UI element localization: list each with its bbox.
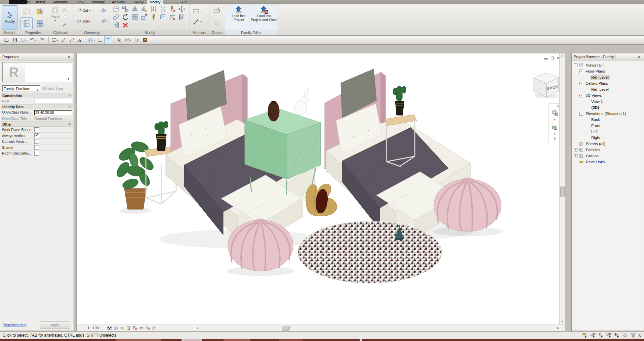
type-properties-button[interactable]	[21, 5, 33, 17]
shaded-view-button[interactable]	[133, 36, 141, 44]
load-into-project-button[interactable]: Load into Project	[227, 5, 250, 31]
panel-label-modify[interactable]: Modify	[110, 30, 190, 35]
family-filter-combo[interactable]: Family: Furniture▼	[2, 85, 40, 91]
edit-type-button[interactable]: Edit Type	[42, 85, 72, 92]
background-processes-icon[interactable]	[622, 333, 628, 338]
align-left-icon[interactable]	[178, 13, 186, 21]
chevron-down-icon[interactable]: ▾	[554, 118, 555, 121]
taskbar-app[interactable]	[224, 339, 250, 341]
scroll-right-icon[interactable]: ►	[556, 326, 561, 330]
chevron-down-icon[interactable]: ▾	[35, 39, 36, 42]
checkbox-shared[interactable]	[34, 145, 39, 150]
aligned-dimension-button[interactable]	[59, 36, 68, 44]
tab-add-ins[interactable]: Add-Ins	[110, 0, 127, 4]
chevron-down-icon[interactable]: ▾	[44, 39, 46, 42]
close-navbar-icon[interactable]: ⊗	[557, 104, 559, 108]
user-interface-button[interactable]	[34, 17, 46, 29]
collapse-navbar-icon[interactable]: ⊖	[553, 137, 556, 140]
chevron-down-icon[interactable]: ▾	[93, 39, 95, 42]
tree-item-right[interactable]: Right	[572, 135, 644, 141]
project-browser-title-bar[interactable]: Project Browser - Family1 ✕	[572, 53, 644, 60]
tab-insert[interactable]: Insert	[34, 0, 48, 4]
rotate-icon[interactable]	[122, 13, 129, 21]
collapse-icon[interactable]: −	[579, 70, 583, 73]
match-type-icon[interactable]	[62, 22, 68, 27]
select-pinned-icon[interactable]	[598, 333, 604, 338]
tree-item-revit-links[interactable]: Revit Links	[572, 159, 644, 165]
thin-lines-button[interactable]	[104, 36, 112, 44]
chevron-down-icon[interactable]: ▾	[57, 39, 58, 42]
section-other[interactable]: Other	[1, 122, 73, 127]
crop-view-icon[interactable]	[145, 326, 150, 331]
resize-icon[interactable]	[140, 13, 148, 21]
tree-item-front[interactable]: Front	[572, 123, 644, 129]
measure-button[interactable]: ▾	[50, 36, 59, 44]
copy-to-clipboard-icon[interactable]	[62, 14, 68, 19]
cut-geometry-button[interactable]: Cut▾	[76, 8, 90, 13]
taskbar-app[interactable]	[279, 339, 303, 341]
taskbar-app[interactable]	[116, 339, 161, 341]
tag-button[interactable]	[68, 36, 76, 44]
default-3d-view-button[interactable]: ▾	[87, 36, 96, 44]
type-selector-preview[interactable]: R ▼	[2, 62, 72, 82]
delete-icon[interactable]	[122, 22, 129, 29]
close-hidden-windows-button[interactable]	[115, 36, 123, 44]
workset-button[interactable]: ▾	[19, 36, 28, 44]
property-row-cut-with-voids[interactable]: Cut with Voids ...	[1, 139, 73, 144]
pin-remove-icon[interactable]	[169, 5, 176, 13]
chevron-down-icon[interactable]: ▾	[26, 39, 27, 42]
section-constraints[interactable]: Constraints	[1, 93, 73, 98]
copy-icon[interactable]	[112, 13, 120, 21]
host-value-field[interactable]	[34, 99, 72, 103]
undo-button[interactable]: ▾	[28, 36, 38, 44]
close-icon[interactable]: ✕	[637, 53, 642, 60]
rabbit-figurine[interactable]	[294, 88, 310, 115]
tab-manage[interactable]: Manage	[89, 0, 108, 4]
modify-tool-button[interactable]: Modify	[2, 5, 17, 30]
expand-icon[interactable]: +	[574, 148, 577, 152]
cope-icon[interactable]	[112, 5, 120, 13]
tree-item-back[interactable]: Back	[572, 117, 644, 123]
mirror-edit-icon[interactable]	[140, 5, 148, 13]
minimize-view-icon[interactable]: ▬	[544, 56, 548, 60]
move-icon[interactable]	[178, 5, 186, 13]
scroll-down-icon[interactable]: ▼	[560, 320, 565, 325]
tree-item-ref-level[interactable]: Ref. Level	[572, 74, 644, 80]
cut-to-clipboard-icon[interactable]	[62, 7, 68, 12]
cactus-left[interactable]	[155, 121, 168, 151]
select-links-icon[interactable]	[582, 333, 588, 338]
select-underlay-icon[interactable]	[590, 333, 596, 338]
shadows-icon[interactable]	[126, 326, 131, 331]
collapse-icon[interactable]: −	[579, 112, 583, 116]
property-row-always-vertical[interactable]: Always vertical✓	[1, 133, 73, 139]
tree-item-ceiling-plans[interactable]: −Ceiling Plans	[572, 80, 644, 86]
tree-item-left[interactable]: Left	[572, 129, 644, 135]
family-category-button[interactable]	[141, 36, 149, 44]
paste-button[interactable]: Paste▾	[50, 6, 61, 29]
trim-icon[interactable]	[169, 13, 176, 21]
link-geometry-button[interactable]: ▾	[101, 18, 109, 24]
windows-taskbar[interactable]	[0, 339, 644, 341]
align-icon[interactable]	[122, 5, 129, 13]
tree-item-sheets-all[interactable]: Sheets (all)	[572, 141, 644, 147]
solid-forms-icon[interactable]	[101, 8, 106, 13]
panel-label-family-editor[interactable]: Family Editor	[225, 30, 278, 35]
measure-button[interactable]: ▾	[193, 8, 202, 14]
reveal-hidden-icon[interactable]	[139, 326, 144, 331]
vertical-scrollbar[interactable]: ▲ ▼	[559, 53, 565, 325]
section-identity-data[interactable]: Identity Data	[1, 104, 73, 109]
aligned-dimension-button[interactable]: ▾	[193, 18, 202, 25]
collapse-icon[interactable]: −	[574, 63, 577, 67]
property-row-omniclass-number[interactable]: OmniClass Num... 23.40.20.00	[1, 110, 73, 116]
mirror-pick-icon[interactable]	[131, 5, 138, 13]
panel-label-create[interactable]: Create	[209, 30, 225, 35]
property-row-work-plane-based[interactable]: Work Plane-Based	[1, 127, 73, 133]
tree-item-elevations-elevation-1[interactable]: −Elevations (Elevation 1)	[572, 111, 644, 117]
align-right-icon[interactable]	[112, 22, 120, 29]
zoom-region-icon[interactable]	[551, 124, 558, 131]
chevron-down-icon[interactable]: ▾	[130, 39, 131, 42]
split-icon[interactable]	[150, 5, 157, 13]
tree-item-view-1[interactable]: View 1	[572, 98, 644, 104]
omniclass-number-field[interactable]: 23.40.20.00	[34, 110, 72, 115]
view-scale-button[interactable]: 1 : 100	[83, 326, 104, 330]
